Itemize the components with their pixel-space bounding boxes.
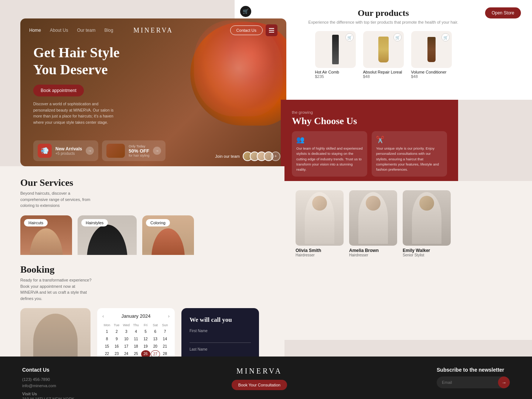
cal-15[interactable]: 15: [102, 343, 112, 350]
cal-3[interactable]: 3: [122, 328, 131, 335]
menu-button[interactable]: [266, 24, 277, 36]
firstname-label: First Name: [190, 329, 251, 333]
cal-day-mon: Mon: [102, 323, 112, 328]
arrivals-arrow[interactable]: →: [86, 147, 94, 155]
cal-4[interactable]: 4: [131, 328, 140, 335]
cal-12[interactable]: 12: [141, 335, 150, 342]
team-head-2: [366, 196, 381, 211]
product-cart-btn-2[interactable]: 🛒: [393, 33, 402, 41]
subscribe-button[interactable]: →: [498, 376, 510, 388]
calendar-header: ‹ January 2024 ›: [102, 313, 170, 319]
cal-10[interactable]: 10: [122, 335, 131, 342]
cal-16[interactable]: 16: [112, 343, 121, 350]
join-team-label: Join our team: [215, 154, 240, 158]
nav-blog[interactable]: Blog: [104, 28, 113, 33]
firstname-input[interactable]: [190, 334, 251, 343]
offer-sub: for hair styling: [129, 154, 149, 157]
hero-nav: Home About Us Our team Blog MINERVA Cont…: [20, 18, 286, 42]
product-price-2: $48: [363, 74, 404, 79]
cal-2[interactable]: 2: [112, 328, 121, 335]
cart-icon[interactable]: 🛒: [240, 6, 251, 17]
service-label-haircuts: Haircuts: [24, 219, 48, 226]
offer-img: [106, 144, 125, 158]
cal-19[interactable]: 19: [141, 343, 150, 350]
arrivals-icon: 💨: [38, 144, 52, 158]
offer-label: Only Today: [129, 144, 149, 148]
team-member-2: Amelia Brown Hairdresser: [349, 190, 397, 257]
cal-next[interactable]: ›: [168, 313, 170, 319]
arrivals-text: New Arrivals +5 products: [55, 146, 82, 156]
cal-17[interactable]: 17: [122, 343, 131, 350]
hero-book-button[interactable]: Book appointment: [33, 85, 84, 96]
cal-day-tue: Tue: [112, 323, 121, 328]
team-head-1: [312, 196, 327, 211]
product-cart-btn-1[interactable]: 🛒: [345, 33, 354, 41]
offer-card: Only Today 50% OFF for hair styling →: [102, 140, 166, 161]
team-role-2: Hairdresser: [349, 253, 397, 257]
cal-8[interactable]: 8: [102, 335, 112, 342]
choose-text-2: Your unique style is our priority. Enjoy…: [376, 146, 443, 172]
offer-text: Only Today 50% OFF for hair styling: [129, 144, 149, 157]
cal-prev[interactable]: ‹: [102, 313, 104, 319]
arrivals-sub: +5 products: [55, 151, 82, 156]
cal-7[interactable]: 7: [160, 328, 170, 335]
cal-13[interactable]: 13: [151, 335, 160, 342]
lastname-label: Last Name: [190, 347, 251, 351]
nav-about[interactable]: About Us: [50, 28, 68, 33]
booking-title: Booking: [20, 264, 264, 275]
product-cart-btn-3[interactable]: 🛒: [441, 33, 450, 41]
footer-book-button[interactable]: Book Your Consultation: [232, 380, 287, 390]
nav-team[interactable]: Our team: [77, 28, 95, 33]
footer: Contact Us (123) 456-7890 info@minerva.c…: [0, 357, 532, 399]
cal-20[interactable]: 20: [151, 343, 160, 350]
product-card-2: 🛒 Absolut Repair Loreal $48: [363, 31, 404, 79]
cal-day-thu: Thu: [131, 323, 140, 328]
cal-day-wed: Wed: [122, 323, 131, 328]
product-name-2: Absolut Repair Loreal: [363, 70, 404, 74]
footer-address: 210 W 18TH ST NEW YORK NY 10014-2080 USA: [22, 396, 78, 399]
choose-icon-2: ✂️: [376, 136, 443, 144]
cal-day-sun: Sun: [160, 323, 170, 328]
choose-us-title: Why Choose Us: [292, 116, 447, 127]
hero-title: Get Hair Style You Deserve: [33, 44, 129, 78]
cal-11[interactable]: 11: [131, 335, 140, 342]
cal-14[interactable]: 14: [160, 335, 170, 342]
menu-line-3: [269, 32, 274, 33]
new-arrivals-card: 💨 New Arrivals +5 products →: [33, 140, 98, 161]
subscribe-input[interactable]: [437, 376, 498, 388]
cal-6[interactable]: 6: [151, 328, 160, 335]
cal-day-sat: Sat: [151, 323, 160, 328]
hero-section: Home About Us Our team Blog MINERVA Cont…: [20, 18, 286, 166]
team-member-3: Emily Walker Senior Stylist: [403, 190, 451, 257]
footer-logo: MINERVA: [232, 367, 287, 375]
cal-1[interactable]: 1: [102, 328, 112, 335]
join-team: Join our team +: [215, 151, 280, 161]
join-avatars: +: [243, 151, 280, 161]
services-title: Our Services: [20, 177, 264, 188]
team-name-2: Amelia Brown: [349, 248, 397, 253]
cal-21[interactable]: 21: [160, 343, 170, 350]
footer-subscribe: Subscribe to the newsletter →: [437, 367, 510, 388]
cal-18[interactable]: 18: [131, 343, 140, 350]
footer-subscribe-title: Subscribe to the newsletter: [437, 367, 510, 373]
cal-9[interactable]: 9: [112, 335, 121, 342]
product-name-3: Volume Conditioner: [411, 70, 452, 74]
menu-line-2: [269, 30, 274, 31]
form-firstname: First Name: [190, 329, 251, 343]
team-name-3: Emily Walker: [403, 248, 451, 253]
choose-location: the growing: [292, 110, 447, 115]
hero-content: Get Hair Style You Deserve Book appointm…: [33, 44, 129, 96]
services-subtitle: Beyond haircuts, discover a comprehensiv…: [20, 190, 94, 209]
open-store-button[interactable]: Open Store: [485, 7, 521, 18]
choose-icon-1: 👥: [296, 136, 363, 144]
calendar-grid[interactable]: Mon Tue Wed Thu Fri Sat Sun 1 2 3 4 5 6 …: [102, 323, 170, 358]
nav-right: Contact Us: [230, 24, 277, 36]
contact-button[interactable]: Contact Us: [230, 25, 263, 35]
join-plus-btn[interactable]: +: [271, 151, 280, 161]
team-photo-1: [296, 190, 344, 246]
choose-text-1: Our team of highly skilled and experienc…: [296, 146, 363, 172]
cal-5[interactable]: 5: [141, 328, 150, 335]
nav-home[interactable]: Home: [29, 28, 41, 33]
nav-links: Home About Us Our team Blog: [29, 28, 113, 33]
offer-arrow[interactable]: →: [153, 147, 161, 155]
